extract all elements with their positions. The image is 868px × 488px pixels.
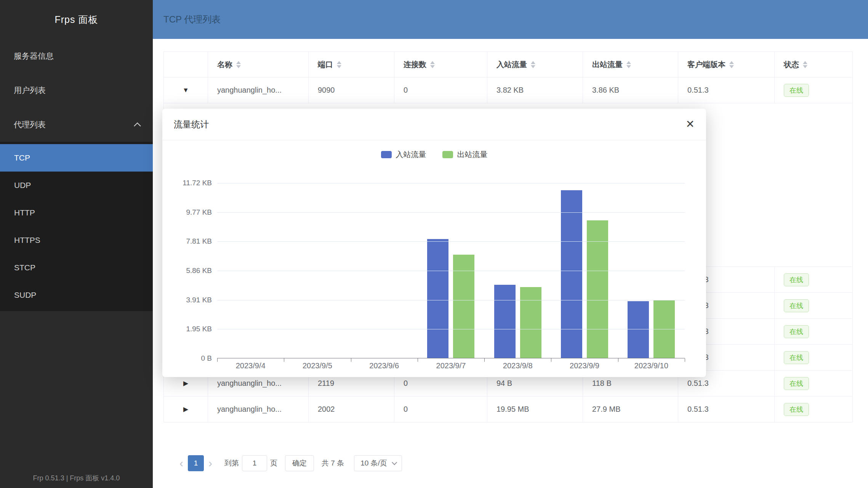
legend-label: 出站流量 bbox=[457, 149, 488, 160]
column-header-status[interactable]: 状态 bbox=[775, 52, 852, 77]
chart-category-slot bbox=[551, 183, 618, 358]
column-label: 名称 bbox=[217, 59, 232, 70]
page-size-select[interactable]: 10 条/页 bbox=[354, 455, 402, 471]
page-unit-label: 页 bbox=[270, 458, 277, 468]
sidebar-item-label: TCP bbox=[14, 153, 30, 162]
chart-gridline bbox=[217, 183, 685, 183]
x-tick-label: 2023/9/10 bbox=[618, 361, 685, 370]
column-header-traffic-out[interactable]: 出站流量 bbox=[583, 52, 678, 77]
axis-tick bbox=[618, 358, 618, 362]
y-tick-label: 0 B bbox=[162, 354, 212, 363]
status-badge: 在线 bbox=[784, 299, 809, 312]
chart-x-ticks bbox=[217, 358, 685, 362]
chart-category-slot bbox=[618, 183, 685, 358]
legend-item-outbound[interactable]: 出站流量 bbox=[442, 149, 488, 160]
legend-label: 入站流量 bbox=[396, 149, 426, 160]
axis-tick bbox=[551, 358, 551, 362]
page-jump-input[interactable] bbox=[242, 455, 267, 471]
sidebar-item-label: UDP bbox=[14, 181, 31, 190]
y-tick-label: 3.91 KB bbox=[162, 295, 212, 305]
column-label: 入站流量 bbox=[496, 59, 527, 70]
chart-bar bbox=[587, 220, 608, 358]
pagination: ‹ 1 › 到第 页 确定 共 7 条 10 条/页 bbox=[175, 455, 853, 471]
expand-row-icon[interactable]: ▶ bbox=[183, 380, 188, 387]
table-row[interactable]: ▼ yanghuanglin_ho... 9090 0 3.82 KB 3.86… bbox=[164, 77, 852, 103]
chart-gridline bbox=[217, 271, 685, 271]
chart-gridline bbox=[217, 212, 685, 213]
total-count-label: 共 7 条 bbox=[322, 458, 344, 468]
sort-icon[interactable] bbox=[337, 61, 341, 68]
x-tick-label: 2023/9/6 bbox=[351, 361, 418, 370]
sort-icon[interactable] bbox=[531, 61, 535, 68]
column-header-traffic-in[interactable]: 入站流量 bbox=[487, 52, 583, 77]
frps-dashboard: Frps 面板 服务器信息 用户列表 代理列表 TCP UDP HTTP bbox=[0, 0, 868, 488]
chart-bar bbox=[653, 300, 675, 358]
axis-tick bbox=[484, 358, 485, 362]
page-number-button[interactable]: 1 bbox=[188, 455, 204, 471]
cell-traffic-in: 19.95 MB bbox=[487, 396, 583, 422]
axis-tick bbox=[351, 358, 351, 362]
legend-item-inbound[interactable]: 入站流量 bbox=[381, 149, 426, 160]
column-header-connections[interactable]: 连接数 bbox=[394, 52, 487, 77]
chart-category-slot bbox=[351, 183, 418, 358]
sidebar-menu: 服务器信息 用户列表 代理列表 TCP UDP HTTP H bbox=[0, 39, 153, 311]
sort-icon[interactable] bbox=[729, 61, 734, 68]
sidebar: Frps 面板 服务器信息 用户列表 代理列表 TCP UDP HTTP bbox=[0, 0, 153, 488]
confirm-button[interactable]: 确定 bbox=[285, 455, 314, 471]
sidebar-item-label: HTTPS bbox=[14, 236, 40, 245]
sidebar-item-tcp[interactable]: TCP bbox=[0, 144, 153, 172]
page-header: TCP 代理列表 bbox=[153, 0, 868, 39]
column-label: 端口 bbox=[318, 59, 333, 70]
page-size-value: 10 条/页 bbox=[360, 458, 387, 468]
y-tick-label: 11.72 KB bbox=[162, 178, 212, 188]
column-header-port[interactable]: 端口 bbox=[309, 52, 394, 77]
modal-title: 流量统计 bbox=[174, 119, 209, 130]
sidebar-item-https[interactable]: HTTPS bbox=[0, 226, 153, 254]
column-header-name[interactable]: 名称 bbox=[208, 52, 309, 77]
status-badge: 在线 bbox=[784, 377, 809, 390]
cell-connections: 0 bbox=[394, 396, 487, 422]
sidebar-footer-version: Frp 0.51.3 | Frps 面板 v1.4.0 bbox=[0, 474, 153, 483]
chart-bar bbox=[453, 255, 474, 358]
sidebar-item-user-list[interactable]: 用户列表 bbox=[0, 73, 153, 108]
column-header-client-version[interactable]: 客户端版本 bbox=[678, 52, 775, 77]
table-header-row: 名称 端口 连接数 入站流量 bbox=[164, 52, 852, 77]
x-tick-label: 2023/9/5 bbox=[284, 361, 351, 370]
cell-connections: 0 bbox=[394, 77, 487, 103]
chart-plot bbox=[217, 183, 685, 358]
chevron-down-icon bbox=[392, 460, 397, 465]
chart-bars bbox=[217, 183, 685, 358]
sort-icon[interactable] bbox=[236, 61, 241, 68]
chevron-up-icon bbox=[134, 122, 141, 129]
sort-icon[interactable] bbox=[430, 61, 435, 68]
sidebar-item-sudp[interactable]: SUDP bbox=[0, 281, 153, 309]
sidebar-item-http[interactable]: HTTP bbox=[0, 199, 153, 226]
cell-traffic-out: 3.86 KB bbox=[583, 77, 678, 103]
close-icon[interactable]: ✕ bbox=[686, 119, 695, 130]
collapse-row-icon[interactable]: ▼ bbox=[183, 87, 189, 93]
chart-bar bbox=[628, 301, 649, 358]
axis-tick bbox=[217, 358, 218, 362]
expand-row-icon[interactable]: ▶ bbox=[183, 406, 188, 413]
chart-gridline bbox=[217, 300, 685, 300]
app-title: Frps 面板 bbox=[0, 0, 153, 39]
chart-gridline bbox=[217, 329, 685, 329]
table-row[interactable]: ▶ yanghuanglin_ho... 2002 0 19.95 MB 27.… bbox=[164, 396, 852, 422]
sidebar-item-proxy-list[interactable]: 代理列表 bbox=[0, 108, 153, 142]
chart-category-slot bbox=[284, 183, 351, 358]
next-page-button[interactable]: › bbox=[204, 458, 217, 469]
chart-category-slot bbox=[418, 183, 484, 358]
axis-tick bbox=[284, 358, 284, 362]
traffic-bar-chart: 11.72 KB9.77 KB7.81 KB5.86 KB3.91 KB1.95… bbox=[162, 109, 706, 377]
sort-icon[interactable] bbox=[626, 61, 631, 68]
chart-legend: 入站流量 出站流量 bbox=[162, 149, 706, 160]
cell-traffic-in: 3.82 KB bbox=[487, 77, 583, 103]
sort-icon[interactable] bbox=[803, 61, 807, 68]
cell-traffic-out: 27.9 MB bbox=[583, 396, 678, 422]
sidebar-item-server-info[interactable]: 服务器信息 bbox=[0, 39, 153, 73]
cell-version: 0.51.3 bbox=[678, 77, 775, 103]
sidebar-item-stcp[interactable]: STCP bbox=[0, 254, 153, 281]
column-label: 客户端版本 bbox=[687, 59, 725, 70]
prev-page-button[interactable]: ‹ bbox=[175, 458, 188, 469]
sidebar-item-udp[interactable]: UDP bbox=[0, 172, 153, 199]
